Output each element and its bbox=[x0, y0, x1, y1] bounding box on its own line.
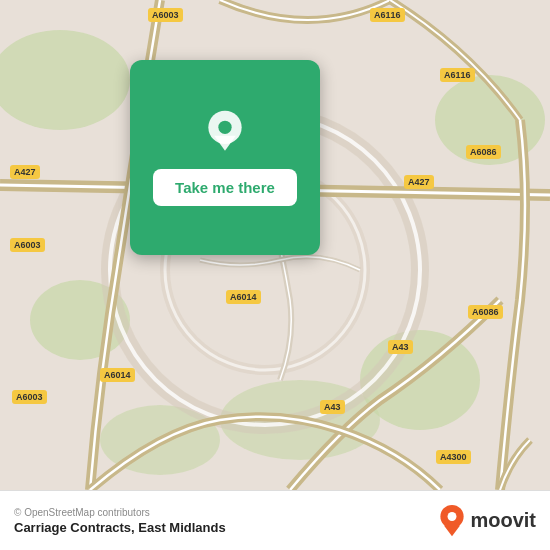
location-title: Carriage Contracts, East Midlands bbox=[14, 520, 226, 535]
road-label-a43-br: A43 bbox=[320, 400, 345, 414]
svg-marker-15 bbox=[214, 136, 236, 151]
svg-point-17 bbox=[448, 512, 457, 521]
moovit-pin-icon bbox=[438, 504, 466, 538]
road-label-a6014-bl: A6014 bbox=[100, 368, 135, 382]
map-attribution: © OpenStreetMap contributors bbox=[14, 507, 226, 518]
location-card: Take me there bbox=[130, 60, 320, 255]
road-label-a6116-tr2: A6116 bbox=[440, 68, 475, 82]
svg-point-14 bbox=[218, 121, 231, 134]
road-label-a6086-br: A6086 bbox=[468, 305, 503, 319]
map-container: A6003 A6116 A6116 A6086 A427 A427 A6003 … bbox=[0, 0, 550, 490]
location-pin-icon bbox=[200, 109, 250, 159]
bottom-left-info: © OpenStreetMap contributors Carriage Co… bbox=[14, 507, 226, 535]
svg-marker-18 bbox=[444, 525, 460, 536]
bottom-bar: © OpenStreetMap contributors Carriage Co… bbox=[0, 490, 550, 550]
road-label-a4300-br: A4300 bbox=[436, 450, 471, 464]
moovit-wordmark: moovit bbox=[470, 509, 536, 532]
road-label-a43-mr: A43 bbox=[388, 340, 413, 354]
road-label-a6014-mc: A6014 bbox=[226, 290, 261, 304]
road-label-a427-r: A427 bbox=[404, 175, 434, 189]
take-me-there-button[interactable]: Take me there bbox=[153, 169, 297, 206]
road-label-a6003-bl: A6003 bbox=[12, 390, 47, 404]
road-label-a6003-ml: A6003 bbox=[10, 238, 45, 252]
road-label-a6086-r1: A6086 bbox=[466, 145, 501, 159]
road-label-a427-l: A427 bbox=[10, 165, 40, 179]
road-label-a6003-tl: A6003 bbox=[148, 8, 183, 22]
road-label-a6116-tr1: A6116 bbox=[370, 8, 405, 22]
moovit-logo: moovit bbox=[438, 504, 536, 538]
